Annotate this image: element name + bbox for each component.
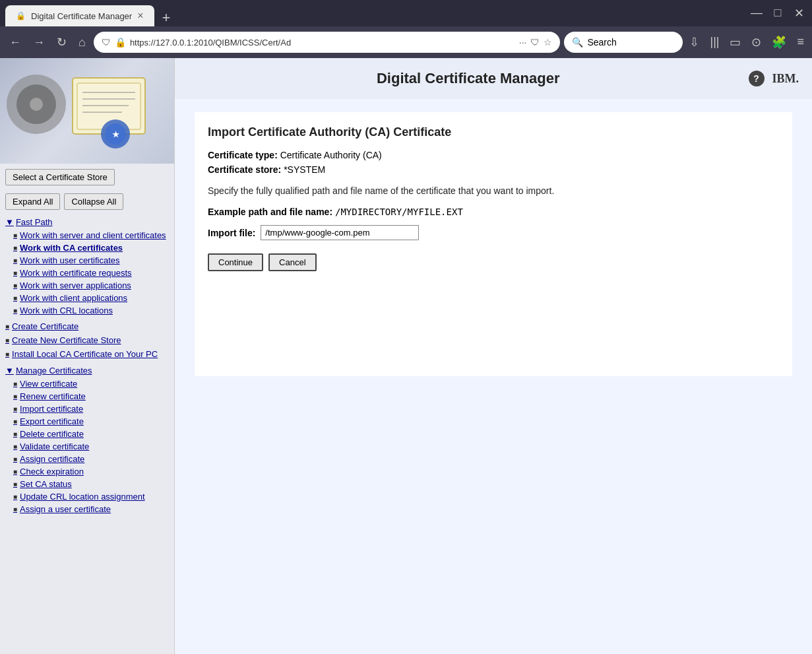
bullet-icon: ■	[13, 307, 17, 314]
tab-close-button[interactable]: ×	[137, 11, 143, 21]
fast-path-section[interactable]: ▼ Fast Path	[0, 215, 174, 229]
sidebar-toggle-icon[interactable]: ▭	[727, 34, 743, 51]
reload-button[interactable]: ↻	[53, 32, 71, 52]
cert-type-row: Certificate type: Certificate Authority …	[208, 150, 779, 160]
cert-type-label: Certificate type:	[208, 150, 278, 160]
sidebar-item-work-ca[interactable]: ■ Work with CA certificates	[0, 242, 174, 254]
nav-item-label: Update CRL location assignment	[20, 492, 145, 502]
sidebar-item-work-requests[interactable]: ■ Work with certificate requests	[0, 267, 174, 279]
bullet-icon: ■	[13, 269, 17, 277]
content-area: Import Certificate Authority (CA) Certif…	[195, 112, 792, 376]
nav-item-label: Check expiration	[20, 467, 84, 476]
address-icons: ··· 🛡 ☆	[519, 37, 553, 48]
manage-label[interactable]: Manage Certificates	[16, 366, 92, 376]
sidebar-item-check-exp[interactable]: ■ Check expiration	[0, 465, 174, 478]
sidebar-item-work-client-apps[interactable]: ■ Work with client applications	[0, 292, 174, 304]
shield-icon[interactable]: 🛡	[530, 37, 540, 48]
new-tab-button[interactable]: +	[154, 9, 179, 26]
active-tab[interactable]: 🔒 Digital Certificate Manager ×	[5, 5, 154, 26]
menu-icon[interactable]: ≡	[794, 34, 807, 51]
bullet-icon: ■	[13, 405, 17, 412]
sidebar: ★ Select a Certificate Store Expand All …	[0, 58, 175, 654]
extensions-icon[interactable]: 🧩	[769, 34, 789, 51]
nav-item-label: Delete certificate	[20, 429, 84, 439]
sidebar-controls: Select a Certificate Store	[0, 164, 174, 191]
help-button[interactable]: ?	[749, 71, 765, 86]
section-title: Import Certificate Authority (CA) Certif…	[208, 125, 779, 139]
expand-collapse-controls: Expand All Collapse All	[0, 191, 174, 213]
fast-path-arrow: ▼	[5, 217, 14, 227]
bullet-icon: ■	[5, 350, 9, 358]
bullet-icon: ■	[13, 493, 17, 500]
search-box[interactable]: 🔍 Search	[564, 32, 683, 53]
nav-item-label: Work with CRL locations	[20, 306, 113, 315]
example-row: Example path and file name: /MYDIRECTORY…	[208, 207, 779, 217]
sidebar-item-work-server-client[interactable]: ■ Work with server and client certificat…	[0, 229, 174, 242]
bullet-icon: ■	[13, 393, 17, 400]
sidebar-item-create-new-store[interactable]: ■ Create New Certificate Store	[0, 333, 174, 347]
window-controls: — □ ✕	[749, 6, 807, 20]
sidebar-item-work-server-apps[interactable]: ■ Work with server applications	[0, 279, 174, 292]
import-file-input[interactable]	[261, 225, 419, 240]
bullet-icon: ■	[5, 337, 9, 344]
bullet-icon: ■	[13, 294, 17, 302]
back-button[interactable]: ←	[5, 33, 25, 52]
svg-point-2	[30, 98, 43, 111]
expand-all-button[interactable]: Expand All	[5, 193, 60, 210]
sidebar-item-renew-cert[interactable]: ■ Renew certificate	[0, 390, 174, 403]
more-icon[interactable]: ···	[519, 37, 527, 48]
forward-button[interactable]: →	[29, 33, 49, 52]
url-text[interactable]: https://127.0.0.1:2010/QIBM/ICSS/Cert/Ad	[130, 38, 515, 48]
download-icon[interactable]: ⇩	[687, 34, 702, 51]
sidebar-item-view-cert[interactable]: ■ View certificate	[0, 377, 174, 390]
address-bar[interactable]: 🛡 🔒 https://127.0.0.1:2010/QIBM/ICSS/Cer…	[94, 32, 561, 53]
sidebar-item-set-ca-status[interactable]: ■ Set CA status	[0, 478, 174, 490]
bullet-icon: ■	[13, 244, 17, 251]
sidebar-item-export-cert[interactable]: ■ Export certificate	[0, 415, 174, 428]
sidebar-item-work-user[interactable]: ■ Work with user certificates	[0, 254, 174, 267]
fast-path-label[interactable]: Fast Path	[16, 217, 53, 227]
sidebar-nav: ▼ Fast Path ■ Work with server and clien…	[0, 213, 174, 654]
example-label: Example path and file name:	[208, 207, 332, 217]
bullet-icon: ■	[13, 257, 17, 264]
continue-button[interactable]: Continue	[208, 253, 263, 271]
library-icon[interactable]: |||	[707, 34, 722, 51]
tab-favicon: 🔒	[16, 11, 26, 20]
header-content: Digital Certificate Manager	[188, 63, 749, 94]
bookmark-icon[interactable]: ☆	[544, 37, 552, 48]
cert-store-row: Certificate store: *SYSTEM	[208, 164, 779, 175]
manage-certificates-section[interactable]: ▼ Manage Certificates	[0, 364, 174, 377]
collapse-all-button[interactable]: Collapse All	[64, 193, 123, 210]
cert-store-value: *SYSTEM	[284, 164, 325, 175]
search-text[interactable]: Search	[587, 37, 616, 48]
sidebar-item-work-crl[interactable]: ■ Work with CRL locations	[0, 304, 174, 317]
sidebar-item-delete-cert[interactable]: ■ Delete certificate	[0, 428, 174, 440]
lock-icon: 🔒	[115, 37, 126, 48]
bullet-icon: ■	[13, 443, 17, 450]
sidebar-item-update-crl[interactable]: ■ Update CRL location assignment	[0, 490, 174, 503]
import-row: Import file:	[208, 225, 779, 240]
nav-item-label: Set CA status	[20, 479, 72, 489]
bullet-icon: ■	[13, 468, 17, 475]
sidebar-item-validate-cert[interactable]: ■ Validate certificate	[0, 440, 174, 453]
nav-item-label: Work with server applications	[20, 280, 131, 290]
account-icon[interactable]: ⊙	[749, 34, 764, 51]
minimize-button[interactable]: —	[749, 6, 765, 20]
sidebar-item-assign-cert[interactable]: ■ Assign certificate	[0, 453, 174, 465]
select-store-button[interactable]: Select a Certificate Store	[5, 169, 115, 185]
sidebar-item-create-certificate[interactable]: ■ Create Certificate	[0, 319, 174, 333]
bullet-icon: ■	[5, 323, 9, 330]
nav-item-label: Work with CA certificates	[20, 243, 123, 253]
nav-item-label: Renew certificate	[20, 391, 86, 401]
browser-window: 🔒 Digital Certificate Manager × + — □ ✕ …	[0, 0, 812, 654]
home-button[interactable]: ⌂	[75, 33, 90, 52]
page-area: ★ Select a Certificate Store Expand All …	[0, 58, 812, 654]
sidebar-item-assign-user-cert[interactable]: ■ Assign a user certificate	[0, 503, 174, 515]
sidebar-item-import-cert[interactable]: ■ Import certificate	[0, 403, 174, 415]
cancel-button[interactable]: Cancel	[268, 253, 316, 271]
bullet-icon: ■	[13, 506, 17, 513]
close-window-button[interactable]: ✕	[791, 6, 807, 20]
sidebar-item-install-local-ca[interactable]: ■ Install Local CA Certificate on Your P…	[0, 347, 174, 361]
example-value: /MYDIRECTORY/MYFILE.EXT	[335, 207, 463, 217]
maximize-button[interactable]: □	[770, 6, 786, 20]
